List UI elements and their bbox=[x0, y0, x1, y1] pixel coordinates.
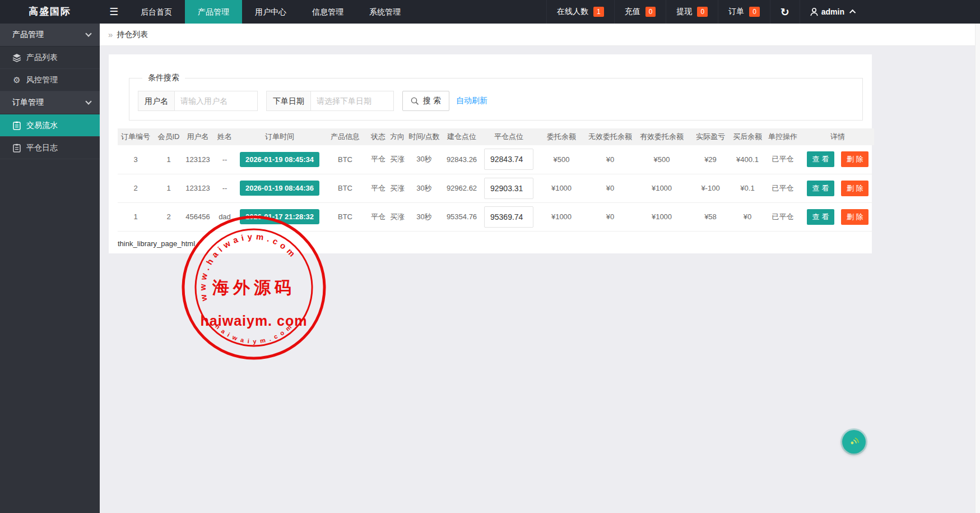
refresh-icon: ↻ bbox=[781, 6, 789, 19]
sidebar-item-close-log[interactable]: 平仓日志 bbox=[0, 137, 100, 159]
hamburger-menu-icon[interactable]: ☰ bbox=[100, 0, 128, 24]
auto-refresh-link[interactable]: 自动刷新 bbox=[456, 96, 487, 106]
close-point-input[interactable] bbox=[484, 149, 533, 170]
stamp-center-domain: haiwaiym. com bbox=[201, 313, 308, 329]
search-panel: 条件搜索 用户名 下单日期 搜 索 自动刷新 bbox=[129, 73, 863, 121]
delete-button[interactable]: 删 除 bbox=[841, 209, 869, 225]
withdrawal-count-badge: 0 bbox=[697, 7, 708, 17]
username-label: admin bbox=[821, 7, 844, 16]
top-nav-home[interactable]: 后台首页 bbox=[128, 0, 185, 24]
debug-note: think_library_page_html bbox=[118, 239, 863, 248]
stat-deposits[interactable]: 充值 0 bbox=[614, 0, 666, 24]
positions-table: 订单编号 会员ID 用户名 姓名 订单时间 产品信息 状态 方向 时间/点数 建… bbox=[118, 128, 874, 232]
order-time-badge: 2026-01-19 08:44:36 bbox=[240, 181, 319, 196]
breadcrumb: » 持仓列表 bbox=[100, 24, 980, 46]
search-icon bbox=[411, 97, 419, 105]
svg-text:h a i w a i y m . c o m: h a i w a i y m . c o m bbox=[214, 323, 294, 345]
view-button[interactable]: 查 看 bbox=[807, 209, 835, 225]
table-row: 3 1 123123 -- 2026-01-19 08:45:34 BTC 平仓… bbox=[118, 145, 874, 174]
sidebar: 产品管理 产品列表 ⚙ 风控管理 订单管理 交易流水 平仓日志 bbox=[0, 24, 100, 513]
top-nav-info[interactable]: 信息管理 bbox=[299, 0, 356, 24]
order-date-input[interactable] bbox=[311, 91, 394, 111]
voice-assistant-button[interactable] bbox=[842, 430, 866, 454]
stat-orders[interactable]: 订单 0 bbox=[718, 0, 770, 24]
sidebar-group-orders[interactable]: 订单管理 bbox=[0, 91, 100, 114]
stat-withdrawals[interactable]: 提现 0 bbox=[666, 0, 718, 24]
app-logo: 高盛国际 bbox=[0, 0, 100, 24]
username-input-group: 用户名 bbox=[138, 91, 258, 111]
content-card: 条件搜索 用户名 下单日期 搜 索 自动刷新 bbox=[109, 54, 872, 253]
stamp-center-chinese: 海外源码 bbox=[212, 278, 295, 297]
sidebar-item-risk-management[interactable]: ⚙ 风控管理 bbox=[0, 69, 100, 91]
username-input-label: 用户名 bbox=[138, 91, 175, 111]
refresh-button[interactable]: ↻ bbox=[770, 0, 800, 24]
delete-button[interactable]: 删 除 bbox=[841, 151, 869, 167]
table-row: 2 1 123123 -- 2026-01-19 08:44:36 BTC 平仓… bbox=[118, 174, 874, 202]
page-title: 持仓列表 bbox=[117, 30, 148, 40]
breadcrumb-arrow: » bbox=[108, 30, 113, 39]
top-nav-users[interactable]: 用户中心 bbox=[242, 0, 299, 24]
chevron-down-icon bbox=[85, 30, 91, 36]
online-count-badge: 1 bbox=[593, 7, 604, 17]
order-date-input-group: 下单日期 bbox=[266, 91, 394, 111]
order-count-badge: 0 bbox=[749, 7, 760, 17]
view-button[interactable]: 查 看 bbox=[807, 151, 835, 167]
top-nav-system[interactable]: 系统管理 bbox=[356, 0, 414, 24]
close-point-input[interactable] bbox=[484, 178, 533, 199]
view-button[interactable]: 查 看 bbox=[807, 181, 835, 196]
stamp-bottom-text: h a i w a i y m . c o m bbox=[214, 323, 294, 345]
chevron-down-icon bbox=[85, 98, 91, 104]
layers-icon bbox=[12, 53, 21, 62]
search-button[interactable]: 搜 索 bbox=[402, 91, 449, 111]
order-time-badge: 2026-01-19 08:45:34 bbox=[240, 152, 319, 167]
table-row: 1 2 456456 dad 2026-01-17 21:28:32 BTC 平… bbox=[118, 202, 874, 231]
clipboard-icon bbox=[12, 121, 21, 130]
table-header-row: 订单编号 会员ID 用户名 姓名 订单时间 产品信息 状态 方向 时间/点数 建… bbox=[118, 128, 874, 145]
order-time-badge: 2026-01-17 21:28:32 bbox=[240, 209, 319, 224]
stat-online-users[interactable]: 在线人数 1 bbox=[546, 0, 614, 24]
username-input[interactable] bbox=[175, 91, 258, 111]
user-menu[interactable]: admin bbox=[800, 0, 866, 24]
chevron-up-icon bbox=[849, 10, 856, 16]
top-bar: 高盛国际 ☰ 后台首页 产品管理 用户中心 信息管理 系统管理 在线人数 1 充… bbox=[0, 0, 980, 24]
delete-button[interactable]: 删 除 bbox=[841, 181, 869, 196]
sound-waves-icon bbox=[848, 436, 860, 448]
search-panel-legend: 条件搜索 bbox=[142, 73, 185, 83]
top-nav: 后台首页 产品管理 用户中心 信息管理 系统管理 bbox=[128, 0, 414, 24]
clipboard-icon bbox=[12, 144, 21, 152]
user-icon bbox=[810, 8, 818, 16]
gear-icon: ⚙ bbox=[12, 76, 21, 85]
sidebar-group-products[interactable]: 产品管理 bbox=[0, 24, 100, 47]
close-point-input[interactable] bbox=[484, 206, 533, 228]
scrollbar-track[interactable] bbox=[975, 24, 980, 513]
sidebar-item-trade-flow[interactable]: 交易流水 bbox=[0, 114, 100, 137]
top-nav-products[interactable]: 产品管理 bbox=[185, 0, 242, 24]
sidebar-item-product-list[interactable]: 产品列表 bbox=[0, 47, 100, 69]
order-date-input-label: 下单日期 bbox=[266, 91, 311, 111]
topbar-right: 在线人数 1 充值 0 提现 0 订单 0 ↻ admin bbox=[546, 0, 866, 24]
deposit-count-badge: 0 bbox=[645, 7, 656, 17]
